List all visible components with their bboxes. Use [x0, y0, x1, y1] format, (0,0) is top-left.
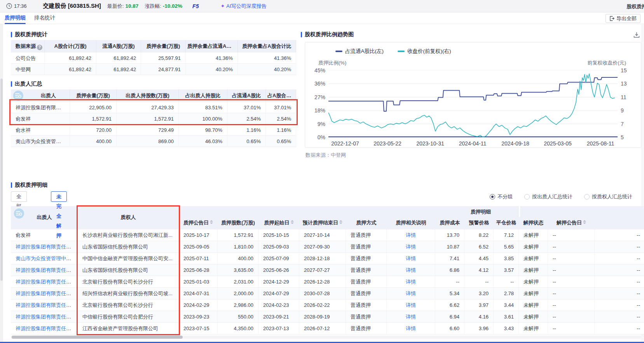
column-header-end_date[interactable]: 预计质押结束日	[299, 217, 346, 229]
horizontal-scrollbar-thumb[interactable]	[12, 336, 183, 339]
detail-link[interactable]: 详情	[406, 244, 416, 250]
left-axis-tick: 27%	[308, 94, 325, 100]
cell-label: 俞水祥	[11, 124, 70, 136]
ai-report-link[interactable]: ✦AI写公司深度报告	[220, 3, 266, 10]
tab-ranking-stats[interactable]: 排名统计	[34, 12, 55, 24]
table-filter-search-icon[interactable]	[14, 208, 24, 219]
clock-icon	[6, 3, 12, 9]
cell-extra: --	[595, 253, 644, 264]
cell-close_price: 5.65	[494, 241, 519, 253]
sparkle-icon: ✦	[220, 3, 225, 9]
cell-value: 40.20%	[186, 64, 238, 75]
cell-close_price: 3.44	[494, 299, 519, 311]
cell-method: 普通质押	[346, 288, 387, 299]
cell-ann_date: 2025-07-11	[179, 253, 218, 264]
column-header-start_date[interactable]: 质押起始日	[258, 217, 299, 229]
sort-icon[interactable]	[210, 220, 213, 224]
detail-link[interactable]: 详情	[406, 267, 416, 273]
cell-ann_date: 2023-07-15	[179, 323, 218, 334]
pledgor-link[interactable]: 祥源控股集团有限责任公司	[16, 267, 76, 273]
cell-value: 0.65%	[227, 136, 266, 147]
pledge-detail-row: 祥源控股集团有限责任公司中信银行股份有限公司合肥分行2023-09-23550.…	[11, 311, 644, 323]
legend-ratio[interactable]: 占流通A股比(左)	[335, 48, 384, 55]
cell-cost: 7.41	[435, 253, 464, 264]
left-axis-tick: 0%	[308, 134, 325, 140]
chart-download-icon[interactable]	[634, 32, 640, 38]
cell-ann_date: 2025-09-05	[179, 241, 218, 253]
detail-link[interactable]: 详情	[406, 232, 416, 238]
left-scrollbar-thumb[interactable]	[0, 79, 3, 281]
pledge-stats-header: 数据来源?A股合计(万股)流通A股(万股)质押余量(万股)质押余量占流通A股比质…	[11, 40, 296, 52]
filter-tab-all[interactable]: 全部质押明细	[11, 191, 27, 202]
left-axis-tick: 45%	[308, 67, 325, 74]
detail-link[interactable]: 详情	[406, 314, 416, 320]
cell-value: 98.70%	[179, 124, 227, 136]
cell-end_date: 2027-10-14	[299, 229, 346, 241]
f5-shortcut[interactable]: F5	[192, 3, 199, 9]
pledgor-summary-header: 出质人质押余量(万股)出质人持股数(万股)占出质人持股比占流通A股比占A股合计比	[11, 89, 296, 102]
cell-value: 400.00	[70, 136, 117, 147]
section-title-pledge-stats: 股权质押统计	[11, 31, 47, 38]
export-all-button[interactable]: 导出全部	[606, 14, 641, 23]
cell-status: 未解押	[519, 276, 548, 288]
cell-value: 729.49	[117, 124, 179, 136]
cell-method: 普通质押	[346, 323, 387, 334]
right-axis-tick: 5	[621, 134, 632, 140]
cell-extra: --	[595, 288, 644, 299]
radio-option[interactable]: 按质权人汇总统计	[584, 193, 632, 200]
pledgor-link[interactable]: 祥源控股集团有限责任公司	[16, 326, 76, 331]
cell-value: 41.36%	[186, 52, 238, 64]
tab-pledge-detail[interactable]: 质押明细	[5, 12, 26, 24]
cell-ann_date: 2024-07-31	[179, 288, 218, 299]
cell-warn_price: 3.20	[464, 288, 494, 299]
left-axis-tick: 36%	[308, 80, 325, 87]
radio-option[interactable]: 按出质人汇总统计	[524, 193, 572, 200]
legend-price[interactable]: 收盘价(前复权)(右)	[398, 48, 451, 55]
column-header-release_date[interactable]: 解押公告日	[548, 217, 595, 229]
cell-value: 2.54%	[227, 113, 266, 124]
column-header-status: 解押状态	[519, 217, 548, 229]
detail-link[interactable]: 详情	[406, 302, 416, 308]
sort-icon[interactable]	[339, 220, 342, 224]
pledgor-link[interactable]: 黄山市为众投资管理中心(...	[16, 256, 77, 261]
horizontal-scrollbar-track[interactable]	[11, 336, 641, 339]
tab-row: 质押明细 排名统计 导出全部	[0, 12, 644, 24]
column-header-ann_date[interactable]: 质押公告日	[179, 217, 218, 229]
cell-close_price: --	[494, 276, 519, 288]
pledgor-link[interactable]: 祥源控股集团有限责任公司	[16, 302, 76, 308]
right-axis-tick: 11	[621, 94, 632, 100]
cell-shares: 4,350.00	[218, 323, 258, 334]
left-scrollbar-track[interactable]	[0, 24, 3, 343]
cell-status: 未解押	[519, 288, 548, 299]
x-axis-tick: 2024-09-18	[494, 140, 537, 147]
cell-status: 未解押	[519, 311, 548, 323]
cell-extra: --	[595, 229, 644, 241]
section-title-trend-chart: 股权质押比例趋势图	[301, 31, 354, 38]
pledge-detail-row: 祥源控股集团有限责任公司北京银行股份有限公司长沙分行2025-01-032,03…	[11, 276, 644, 288]
cell-value: 720.00	[70, 124, 117, 136]
pledgor-link[interactable]: 祥源控股集团有限责任公司	[16, 290, 76, 296]
cell-cost: 5.34	[435, 288, 464, 299]
detail-link[interactable]: 详情	[406, 256, 416, 261]
cell-warn_price: 8.22	[464, 229, 494, 241]
detail-link[interactable]: 详情	[406, 290, 416, 296]
pledge-detail-table: 质押明细 出质人质权人质押公告日质押股数(万股)质押起始日预计质押结束日质押方式…	[11, 206, 644, 334]
sort-icon[interactable]	[583, 220, 586, 224]
filter-tab-unreleased[interactable]: 未完全解押	[51, 191, 67, 202]
cell-pledgor: 俞发祥	[11, 229, 78, 241]
radio-selected[interactable]: 不分组	[490, 193, 513, 200]
pledgor-link[interactable]: 祥源控股集团有限责任公司	[16, 244, 76, 250]
detail-link[interactable]: 详情	[406, 279, 416, 285]
table-filter-search-icon[interactable]	[13, 91, 23, 101]
sort-icon[interactable]	[291, 220, 294, 224]
cell-close_price: 3.57	[494, 264, 519, 276]
pledgor-link[interactable]: 祥源控股集团有限责任公司	[16, 314, 76, 320]
cell-detail_link: 详情	[387, 276, 435, 288]
pledgor-link[interactable]: 祥源控股集团有限责任公司	[16, 279, 76, 285]
cell-method: 普通质押	[346, 241, 387, 253]
cell-status: 未解押	[519, 264, 548, 276]
column-header-cost: 质押成本	[435, 217, 464, 229]
series-close-price	[328, 74, 615, 137]
detail-link[interactable]: 详情	[406, 326, 416, 331]
help-icon[interactable]: ?	[37, 45, 42, 50]
